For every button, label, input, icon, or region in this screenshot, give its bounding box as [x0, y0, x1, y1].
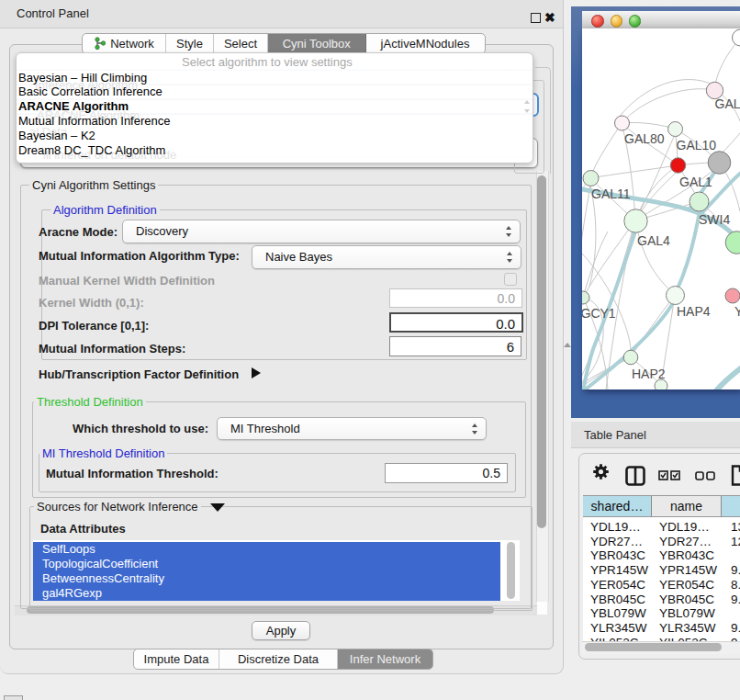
svg-text:GAL1: GAL1 [679, 175, 712, 189]
svg-text:GAL: GAL [715, 96, 740, 111]
svg-text:GAL4: GAL4 [637, 233, 670, 248]
svg-text:GAL80: GAL80 [624, 131, 665, 146]
svg-text:HAP2: HAP2 [632, 367, 666, 381]
svg-text:Y: Y [734, 304, 740, 319]
svg-text:HAP4: HAP4 [677, 304, 711, 319]
svg-text:GCY1: GCY1 [582, 306, 616, 321]
svg-text:SWI4: SWI4 [699, 212, 730, 227]
svg-text:GAL11: GAL11 [591, 186, 631, 201]
svg-text:GAL10: GAL10 [677, 138, 717, 152]
